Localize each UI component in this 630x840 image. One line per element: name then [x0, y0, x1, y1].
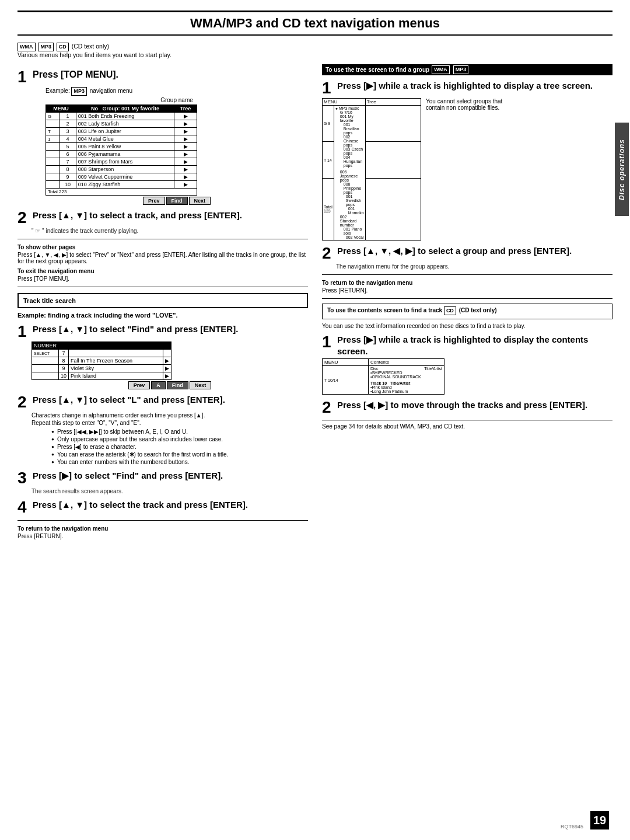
- num-col-header: [59, 342, 69, 350]
- group-name: 010 Ziggy Starfish: [76, 181, 174, 189]
- contents-step1-heading: 1 Press [▶] while a track is highlighted…: [322, 334, 612, 357]
- row-num: 7: [60, 158, 76, 166]
- select-label: [32, 372, 59, 380]
- next-button[interactable]: Next: [189, 197, 211, 205]
- find-button[interactable]: Find: [166, 197, 188, 205]
- row-num: 9: [59, 365, 69, 372]
- table-row: 5 005 Paint 8 Yellow ▶: [46, 143, 197, 151]
- row-num: 10: [59, 372, 69, 380]
- tree-table-wrap: MENU Tree G 8 ● MP3 music G 7/16 001 My …: [322, 98, 612, 241]
- right-return-title: To return to the navigation menu: [322, 280, 612, 286]
- right-step2-num: 2: [322, 245, 332, 262]
- tree-row: G 8 ● MP3 music G 7/16 001 My favorite 0…: [323, 106, 421, 142]
- arrow: ▶: [174, 158, 197, 166]
- right-return-note: To return to the navigation menu Press […: [322, 280, 612, 294]
- example-bold: Example: finding a track including the w…: [18, 312, 308, 319]
- search-step2-body: Characters change in alphanumeric order …: [32, 412, 308, 465]
- contents-screen-box: To use the contents screen to find a tra…: [322, 304, 612, 319]
- table-row: 7 007 Shrimps from Mars ▶: [46, 158, 197, 166]
- find-table: NUMBER SELECT 7: [32, 341, 172, 380]
- find-find-button[interactable]: Find: [167, 381, 188, 389]
- track-name: Pink Island: [69, 372, 163, 380]
- tree-header: Tree: [174, 105, 197, 113]
- find-prev-button[interactable]: Prev: [128, 381, 150, 389]
- contents-label-header: Contents: [369, 359, 444, 366]
- row-num: 6: [60, 151, 76, 158]
- contents-table: MENU Contents T 10/14 Disc Title/Artist: [322, 358, 444, 395]
- row-num: 8: [60, 166, 76, 173]
- wma-badge-right: WMA: [432, 65, 450, 74]
- menu-header: MENU: [46, 105, 76, 113]
- row-num: 7: [59, 350, 69, 357]
- contents-step2-num: 2: [322, 399, 332, 416]
- footer-row: Total 223: [46, 189, 197, 196]
- mp3-col: ● MP3 music G 7/16 001 My favorite 001 B…: [334, 106, 365, 241]
- tree-section-header: To use the tree screen to find a group W…: [322, 64, 612, 75]
- step1-heading: 1 Press [TOP MENU].: [18, 69, 308, 85]
- contents-row: T 10/14 Disc Title/Artist •SHIPWRECKED •…: [323, 366, 444, 395]
- row-num: 3: [60, 128, 76, 135]
- track-col-header: [69, 342, 163, 350]
- search-step2-num: 2: [18, 394, 28, 410]
- contents-step1-num: 1: [322, 334, 332, 350]
- arr-col-header: [163, 342, 172, 350]
- step2-num: 2: [18, 210, 28, 226]
- prev-button[interactable]: Prev: [143, 197, 165, 205]
- row-num: 9: [60, 173, 76, 181]
- arrow: ▶: [163, 365, 172, 372]
- intro-text: Various menus help you find items you wa…: [18, 51, 172, 58]
- mp3-badge-right: MP3: [453, 65, 469, 74]
- exit-note: To exit the navigation menu Press [TOP M…: [18, 268, 308, 282]
- right-column: To use the tree screen to find a group W…: [322, 64, 612, 543]
- arrow: ▶: [174, 151, 197, 158]
- search-step1-num: 1: [18, 323, 28, 340]
- right-step2-sub: The navigation menu for the group appear…: [336, 263, 612, 270]
- search-step2-body1: Characters change in alphanumeric order …: [32, 412, 308, 419]
- show-other-pages-body: Press [▲, ▼, ◀, ▶] to select "Prev" or "…: [18, 252, 308, 264]
- select-label: SELECT: [32, 350, 59, 357]
- tree-col3: [365, 178, 421, 240]
- track-search-box: Track title search: [18, 293, 308, 308]
- row-num: 2: [60, 120, 76, 128]
- right-step1-num: 1: [322, 80, 332, 96]
- arrow: ▶: [174, 120, 197, 128]
- find-next-button[interactable]: Next: [190, 381, 212, 389]
- return-note-title: To return to the navigation menu: [18, 525, 308, 532]
- arrow: ▶: [174, 143, 197, 151]
- contents-table-wrap: MENU Contents T 10/14 Disc Title/Artist: [322, 358, 612, 395]
- tree-col2: [365, 142, 421, 178]
- tree-note: You cannot select groups that contain no…: [426, 98, 513, 241]
- search-step2-body2: Repeat this step to enter "O", "V", and …: [32, 420, 308, 426]
- contents-header: To use the contents screen to find a tra…: [327, 306, 607, 315]
- exit-body: Press [TOP MENU].: [18, 276, 308, 282]
- tree-col: [365, 106, 421, 142]
- group-header: No Group: 001 My favorite: [76, 105, 174, 113]
- return-note-body: Press [RETURN].: [18, 533, 308, 539]
- disc-operations-label: Disc operations: [615, 123, 629, 216]
- row-num: 5: [60, 143, 76, 151]
- exit-title: To exit the navigation menu: [18, 268, 308, 274]
- tree-table: MENU Tree G 8 ● MP3 music G 7/16 001 My …: [322, 98, 421, 241]
- bullet-item: Only uppercase appear but the search als…: [51, 436, 308, 442]
- arrow: ▶: [174, 128, 197, 135]
- select-label: [32, 365, 59, 372]
- t-label: T 14: [323, 142, 334, 178]
- search-step3-num: 3: [18, 470, 28, 486]
- nav-table-wrap: MENU No Group: 001 My favorite Tree G 1 …: [46, 104, 308, 205]
- show-other-pages-note: To show other pages Press [▲, ▼, ◀, ▶] t…: [18, 244, 308, 264]
- group-name: 002 Lady Starfish: [76, 120, 174, 128]
- table-row: G 1 001 Both Ends Freezing ▶: [46, 113, 197, 120]
- contents-step1-text: Press [▶] while a track is highlighted t…: [337, 334, 612, 357]
- page-title: WMA/MP3 and CD text navigation menus: [18, 11, 612, 36]
- find-a-button[interactable]: A: [151, 381, 166, 389]
- step2-sub: " ☞ " indicates the track currently play…: [32, 228, 308, 234]
- step2-text: Press [▲, ▼] to select a track, and pres…: [33, 210, 242, 221]
- tree-menu-header: MENU: [323, 99, 366, 106]
- total-label: Total 123: [323, 178, 334, 240]
- intro-line: WMA MP3 CD (CD text only) Various menus …: [18, 43, 612, 58]
- contents-step2-heading: 2 Press [◀, ▶] to move through the track…: [322, 399, 612, 416]
- track-name: Violet Sky: [69, 365, 163, 372]
- arrow: ▶: [174, 166, 197, 173]
- table-row: 9 009 Velvet Cuppermine ▶: [46, 173, 197, 181]
- return-note: To return to the navigation menu Press […: [18, 525, 308, 539]
